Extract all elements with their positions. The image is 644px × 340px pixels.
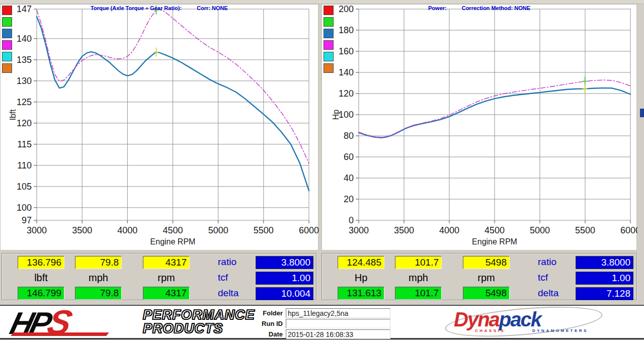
tcf-label: tcf xyxy=(218,272,228,283)
date-input[interactable] xyxy=(286,329,390,339)
speed-secondary-value: 79.8 xyxy=(75,287,122,300)
svg-text:115: 115 xyxy=(17,139,32,149)
legend-channel-swatch-5[interactable] xyxy=(2,63,12,73)
footer-bar: HPS PERFORMANCE PRODUCTS Folder Run ID D… xyxy=(0,305,644,339)
ratio-value[interactable]: 3.8000 xyxy=(576,256,633,269)
svg-text:100: 100 xyxy=(17,203,32,213)
delta-label: delta xyxy=(538,288,558,299)
speed-primary-value: 79.8 xyxy=(75,256,122,269)
window-top-edge xyxy=(0,0,644,4)
hps-logo-tagline: PERFORMANCE PRODUCTS xyxy=(143,308,255,335)
power-corr-label: Correction Method: NONE xyxy=(462,5,530,11)
rpm-secondary-value: 5498 xyxy=(463,287,510,300)
svg-text:5500: 5500 xyxy=(575,225,595,235)
dynapack-chassis-text: CHASSIS xyxy=(475,328,505,333)
legend-channel-swatch-2[interactable] xyxy=(2,29,12,38)
ratio-label: ratio xyxy=(538,257,556,268)
svg-text:40: 40 xyxy=(344,173,354,183)
speed-primary-value: 101.7 xyxy=(395,256,442,269)
svg-text:4000: 4000 xyxy=(117,225,137,235)
svg-text:0: 0 xyxy=(349,215,354,225)
dynapack-logo-pack: pack xyxy=(499,308,541,330)
legend-channel-swatch-0[interactable] xyxy=(324,6,334,15)
delta-value: 10.004 xyxy=(256,287,313,300)
svg-text:180: 180 xyxy=(339,25,354,35)
run-id-input[interactable] xyxy=(286,319,390,328)
run-info-fields: Folder Run ID Date xyxy=(252,308,390,340)
legend-channel-swatch-2[interactable] xyxy=(324,29,334,38)
legend-channel-swatch-1[interactable] xyxy=(2,17,12,27)
svg-text:3000: 3000 xyxy=(349,225,369,235)
legend-channel-swatch-4[interactable] xyxy=(2,52,12,61)
power-secondary-value: 131.613 xyxy=(338,287,384,300)
svg-text:Engine RPM: Engine RPM xyxy=(150,237,196,246)
torque-unit-label: lbft xyxy=(18,271,64,284)
power-unit-label: Hp xyxy=(338,271,384,284)
folder-label: Folder xyxy=(252,309,286,317)
power-plot-area[interactable]: 2001801601401201008060402003000350040004… xyxy=(322,5,637,251)
date-label: Date xyxy=(252,330,286,338)
delta-value: 7.128 xyxy=(576,287,633,300)
ratio-label: ratio xyxy=(218,257,236,268)
svg-text:5000: 5000 xyxy=(530,225,550,235)
legend-channel-swatch-3[interactable] xyxy=(2,40,12,50)
speed-unit-label: mph xyxy=(395,271,442,284)
svg-text:5500: 5500 xyxy=(254,225,274,235)
svg-text:Hp: Hp xyxy=(332,110,340,120)
torque-plot-area[interactable]: 1471401351301251201151101051009730003500… xyxy=(1,5,319,251)
power-chart-title: Power:Correction Method: NONE xyxy=(322,5,636,11)
torque-channel-legend xyxy=(2,6,12,75)
legend-channel-swatch-0[interactable] xyxy=(2,6,12,15)
svg-text:4000: 4000 xyxy=(439,225,459,235)
svg-text:20: 20 xyxy=(344,194,354,204)
power-primary-value: 124.485 xyxy=(338,256,384,269)
svg-text:5000: 5000 xyxy=(208,225,228,235)
speed-unit-label: mph xyxy=(75,271,122,284)
rpm-primary-value: 5498 xyxy=(463,256,510,269)
dynapack-logo: Dynapack CHASSIS DYNAMOMETERS xyxy=(439,308,612,336)
svg-text:120: 120 xyxy=(339,89,354,99)
legend-channel-swatch-1[interactable] xyxy=(324,17,334,27)
svg-text:3000: 3000 xyxy=(27,225,47,235)
torque-primary-value: 136.796 xyxy=(18,256,64,269)
power-chart-panel: Power:Correction Method: NONE 2001801601… xyxy=(321,4,637,250)
tcf-value[interactable]: 1.00 xyxy=(256,272,313,285)
svg-text:120: 120 xyxy=(17,118,32,128)
legend-channel-swatch-3[interactable] xyxy=(324,40,334,50)
power-readout-panel: 124.485 101.7 5498 Hp mph rpm 131.613 10… xyxy=(321,253,637,300)
svg-text:130: 130 xyxy=(17,76,32,86)
power-channel-legend xyxy=(324,6,334,75)
svg-text:4500: 4500 xyxy=(163,225,183,235)
torque-readout-panel: 136.796 79.8 4317 lbft mph rpm 146.799 7… xyxy=(2,253,316,300)
rpm-unit-label: rpm xyxy=(143,271,190,284)
hps-logo-underline xyxy=(11,332,109,336)
partial-window-icon xyxy=(640,109,644,117)
svg-text:60: 60 xyxy=(344,152,354,162)
svg-text:lbft: lbft xyxy=(9,109,17,120)
svg-text:125: 125 xyxy=(17,97,32,107)
torque-secondary-value: 146.799 xyxy=(18,287,64,300)
dynapack-logo-dyna: Dyna xyxy=(454,308,499,330)
run-id-label: Run ID xyxy=(252,320,286,327)
svg-text:100: 100 xyxy=(339,110,354,120)
dynapack-dynamometers-text: DYNAMOMETERS xyxy=(532,328,588,333)
svg-text:135: 135 xyxy=(17,55,32,65)
svg-text:97: 97 xyxy=(22,215,32,225)
legend-channel-swatch-5[interactable] xyxy=(324,63,334,73)
folder-input[interactable] xyxy=(286,308,390,318)
svg-text:140: 140 xyxy=(339,67,354,77)
svg-text:3500: 3500 xyxy=(72,225,92,235)
torque-corr-label: Corr: NONE xyxy=(197,5,228,11)
tcf-label: tcf xyxy=(538,272,548,283)
torque-title-text: Torque (Axle Torque ÷ Gear Ratio): xyxy=(91,5,182,11)
hps-tagline-line2: PRODUCTS xyxy=(143,322,255,335)
hps-logo: HPS xyxy=(11,308,139,336)
svg-text:110: 110 xyxy=(17,160,32,171)
svg-text:4500: 4500 xyxy=(485,225,505,235)
svg-text:160: 160 xyxy=(339,46,354,56)
torque-chart-panel: Torque (Axle Torque ÷ Gear Ratio):Corr: … xyxy=(0,4,318,250)
ratio-value[interactable]: 3.8000 xyxy=(256,256,313,269)
legend-channel-swatch-4[interactable] xyxy=(324,52,334,61)
tcf-value[interactable]: 1.00 xyxy=(576,272,633,285)
hps-tagline-line1: PERFORMANCE xyxy=(143,308,255,322)
